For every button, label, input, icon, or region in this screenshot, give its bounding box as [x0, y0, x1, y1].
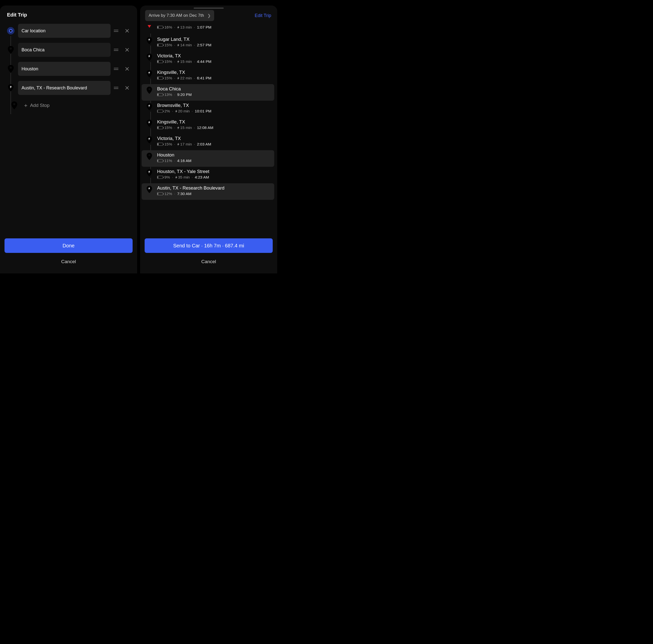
arrive-by-chip[interactable]: Arrive by 7:30 AM on Dec 7th ❯ — [145, 10, 214, 21]
stop-input[interactable]: Boca Chica — [18, 43, 111, 57]
route-row: Houston, TX - Yale Street 9%·35 min·4:23… — [142, 167, 274, 183]
battery-indicator: 12% — [157, 191, 172, 196]
battery-indicator: 15% — [157, 142, 172, 146]
svg-point-3 — [148, 88, 150, 90]
add-stop-label: Add Stop — [30, 103, 50, 108]
remove-stop-icon[interactable] — [122, 86, 132, 90]
bolt-icon — [177, 26, 179, 29]
route-row: Sugar Land, TX 15%·14 min·2:57 PM — [142, 34, 274, 51]
supercharger-pin-icon — [147, 186, 152, 193]
arrival-time: 10:01 PM — [195, 109, 211, 113]
remove-stop-icon[interactable] — [122, 28, 132, 33]
pin-icon — [147, 153, 152, 160]
bolt-icon — [177, 60, 179, 63]
trip-overview-panel: Arrive by 7:30 AM on Dec 7th ❯ Edit Trip… — [140, 5, 277, 273]
stop-title: Boca Chica — [157, 86, 272, 92]
battery-percent: 13% — [164, 92, 172, 97]
bolt-icon — [175, 110, 177, 113]
arrival-time: 4:16 AM — [177, 159, 191, 163]
battery-percent: 15% — [164, 125, 172, 130]
route-row: Victoria, TX 15%·17 min·2:03 AM — [142, 134, 274, 150]
route-row: Victoria, TX 15%·15 min·4:44 PM — [142, 51, 274, 68]
battery-percent: 15% — [164, 142, 172, 146]
drag-handle-icon[interactable] — [111, 68, 122, 70]
stop-meta: 15%·22 min·6:41 PM — [157, 76, 272, 80]
plus-icon: ＋ — [22, 102, 30, 109]
svg-point-4 — [148, 154, 150, 156]
battery-indicator: 2% — [157, 109, 170, 113]
route-row[interactable]: Austin, TX - Research Boulevard 12%·7:30… — [142, 183, 274, 200]
cancel-button[interactable]: Cancel — [145, 254, 273, 269]
stop-title: Victoria, TX — [157, 53, 272, 59]
stop-meta: 11%·4:16 AM — [157, 159, 272, 163]
pin-icon — [8, 46, 14, 54]
edit-trip-link[interactable]: Edit Trip — [255, 13, 272, 18]
route-row: 16%·13 min·1:07 PM — [142, 24, 274, 34]
panel-title: Edit Trip — [0, 5, 137, 21]
battery-percent: 2% — [164, 109, 170, 113]
stop-title: Houston — [157, 152, 272, 158]
add-stop-button[interactable]: ＋ Add Stop — [3, 97, 132, 113]
svg-point-2 — [13, 103, 15, 105]
done-button[interactable]: Done — [4, 238, 132, 253]
charge-duration: 22 min — [177, 76, 192, 80]
bolt-icon — [177, 143, 179, 146]
supercharger-pin-icon — [147, 70, 152, 77]
stop-row: Boca Chica — [3, 40, 132, 59]
remove-stop-icon[interactable] — [122, 67, 132, 71]
svg-point-0 — [10, 48, 12, 50]
arrival-time: 6:41 PM — [197, 76, 211, 80]
bolt-icon — [177, 77, 179, 80]
charge-duration: 15 min — [177, 125, 192, 130]
stop-meta: 2%·20 min·10:01 PM — [157, 109, 272, 113]
stop-title: Austin, TX - Research Boulevard — [157, 185, 272, 191]
supercharger-pin-icon — [147, 37, 152, 44]
charge-duration: 35 min — [175, 175, 190, 180]
route-row[interactable]: Boca Chica 13%·9:20 PM — [142, 84, 274, 101]
remove-stop-icon[interactable] — [122, 48, 132, 52]
sheet-grabber[interactable] — [194, 7, 224, 9]
stop-title: Kingsville, TX — [157, 70, 272, 75]
arrival-time: 1:07 PM — [197, 25, 211, 29]
battery-percent: 11% — [164, 159, 172, 163]
bolt-icon — [177, 44, 179, 47]
battery-percent: 9% — [164, 175, 170, 180]
battery-indicator: 15% — [157, 43, 172, 47]
bolt-icon — [177, 126, 179, 130]
stop-title: Sugar Land, TX — [157, 37, 272, 42]
arrive-by-label: Arrive by 7:30 AM on Dec 7th — [149, 13, 204, 18]
stop-input[interactable]: Houston — [18, 62, 111, 76]
battery-percent: 15% — [164, 59, 172, 64]
stop-title: Brownsville, TX — [157, 103, 272, 108]
drag-handle-icon[interactable] — [111, 30, 122, 32]
battery-percent: 15% — [164, 76, 172, 80]
battery-indicator: 16% — [157, 25, 172, 29]
battery-indicator: 15% — [157, 76, 172, 80]
stop-row: Austin, TX - Research Boulevard — [3, 78, 132, 97]
send-to-car-button[interactable]: Send to Car · 16h 7m · 687.4 mi — [145, 238, 273, 253]
arrival-time: 2:03 AM — [197, 142, 211, 146]
stop-meta: 16%·13 min·1:07 PM — [157, 25, 272, 29]
arrival-time: 4:44 PM — [197, 59, 211, 64]
bolt-icon — [175, 176, 177, 179]
svg-point-1 — [10, 67, 12, 69]
route-row[interactable]: Houston 11%·4:16 AM — [142, 150, 274, 167]
route-row: Brownsville, TX 2%·20 min·10:01 PM — [142, 101, 274, 117]
chevron-right-icon: ❯ — [208, 13, 211, 18]
route-row: Kingsville, TX 15%·22 min·6:41 PM — [142, 68, 274, 84]
stop-input[interactable]: Austin, TX - Research Boulevard — [18, 81, 111, 95]
battery-percent: 12% — [164, 191, 172, 196]
car-location-icon — [7, 27, 15, 34]
battery-percent: 15% — [164, 43, 172, 47]
stop-input-car-location[interactable]: Car location — [18, 24, 111, 38]
cancel-button[interactable]: Cancel — [4, 254, 132, 269]
arrival-time: 9:20 PM — [177, 92, 192, 97]
drag-handle-icon[interactable] — [111, 49, 122, 51]
stop-meta: 12%·7:30 AM — [157, 191, 272, 196]
arrival-time: 2:57 PM — [197, 43, 211, 47]
battery-indicator: 15% — [157, 59, 172, 64]
battery-indicator: 9% — [157, 175, 170, 180]
stop-meta: 15%·14 min·2:57 PM — [157, 43, 272, 47]
drag-handle-icon[interactable] — [111, 87, 122, 89]
route-row: Kingsville, TX 15%·15 min·12:08 AM — [142, 117, 274, 134]
